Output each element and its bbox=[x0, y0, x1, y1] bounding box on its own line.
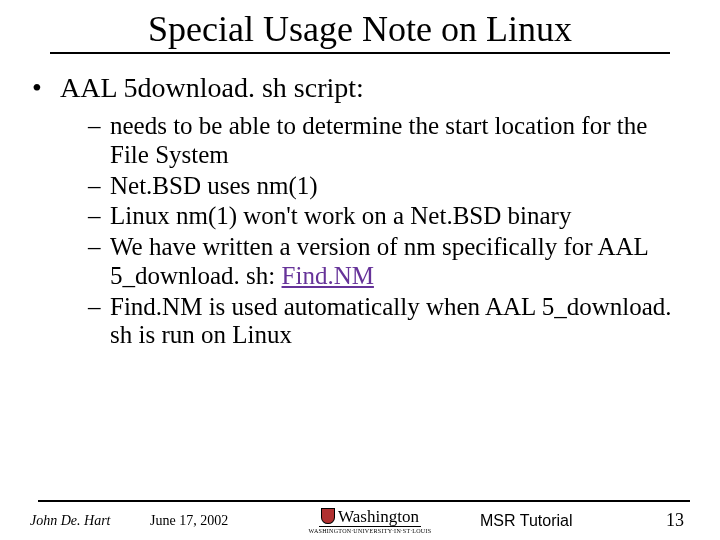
slide-title: Special Usage Note on Linux bbox=[50, 8, 669, 54]
slide-footer: John De. Hart June 17, 2002 Washington W… bbox=[0, 500, 720, 535]
bullet-text: AAL 5download. sh script: bbox=[60, 72, 364, 104]
footer-date: June 17, 2002 bbox=[150, 513, 280, 529]
sub-bullet-text: Find.NM is used automatically when AAL 5… bbox=[110, 293, 688, 351]
slide-body: • AAL 5download. sh script: – needs to b… bbox=[32, 72, 688, 350]
sub-bullet: – Linux nm(1) won't work on a Net.BSD bi… bbox=[88, 202, 688, 231]
sub-bullet-list: – needs to be able to determine the star… bbox=[88, 112, 688, 350]
dash-icon: – bbox=[88, 293, 110, 351]
sub-bullet: – We have written a version of nm specif… bbox=[88, 233, 688, 291]
dash-icon: – bbox=[88, 233, 110, 291]
sub-bullet-text: Net.BSD uses nm(1) bbox=[110, 172, 688, 201]
dash-icon: – bbox=[88, 172, 110, 201]
dash-icon: – bbox=[88, 112, 110, 170]
university-subtext: WASHINGTON·UNIVERSITY·IN·ST·LOUIS bbox=[280, 528, 460, 534]
footer-university-logo: Washington WASHINGTON·UNIVERSITY·IN·ST·L… bbox=[280, 508, 460, 535]
footer-tutorial: MSR Tutorial bbox=[460, 512, 630, 530]
bullet-marker: • bbox=[32, 72, 60, 104]
shield-icon bbox=[321, 508, 335, 524]
sub-bullet: – Find.NM is used automatically when AAL… bbox=[88, 293, 688, 351]
sub-bullet: – Net.BSD uses nm(1) bbox=[88, 172, 688, 201]
sub-bullet-text: needs to be able to determine the start … bbox=[110, 112, 688, 170]
slide: Special Usage Note on Linux • AAL 5downl… bbox=[0, 8, 720, 540]
sub-bullet-text: Linux nm(1) won't work on a Net.BSD bina… bbox=[110, 202, 688, 231]
bullet-level1: • AAL 5download. sh script: bbox=[32, 72, 688, 104]
dash-icon: – bbox=[88, 202, 110, 231]
sub-bullet: – needs to be able to determine the star… bbox=[88, 112, 688, 170]
findnm-link[interactable]: Find.NM bbox=[282, 262, 374, 289]
sub-bullet-text: We have written a version of nm specific… bbox=[110, 233, 688, 291]
footer-page-number: 13 bbox=[630, 510, 690, 531]
footer-divider bbox=[38, 500, 690, 502]
footer-author: John De. Hart bbox=[30, 513, 150, 529]
university-name: Washington bbox=[338, 508, 419, 525]
